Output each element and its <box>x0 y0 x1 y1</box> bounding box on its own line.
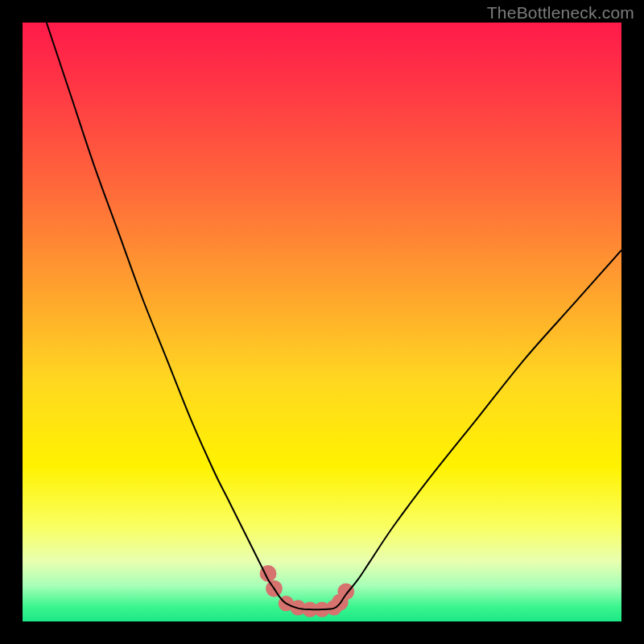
chart-container: TheBottleneck.com <box>0 0 644 644</box>
plot-area <box>23 23 621 621</box>
curve-layer <box>23 23 621 621</box>
watermark-text: TheBottleneck.com <box>487 3 634 23</box>
bottleneck-curve <box>47 23 621 609</box>
right-edge-dot-upper <box>337 583 354 600</box>
